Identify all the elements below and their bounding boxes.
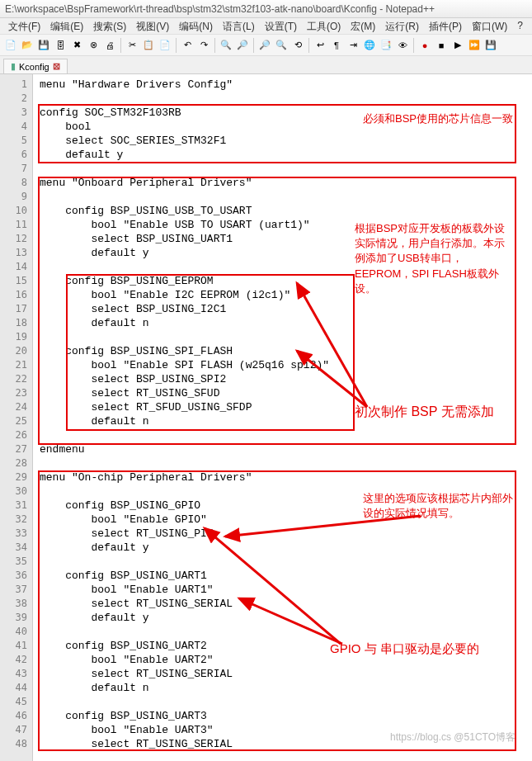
menu-tools[interactable]: 工具(O) [302,18,346,34]
zoom-in-icon[interactable]: 🔎 [257,38,272,53]
sync-icon[interactable]: ⟲ [290,38,305,53]
tab-close-icon[interactable]: ⊠ [53,61,60,72]
menu-settings[interactable]: 设置(T) [260,18,302,34]
code-content[interactable]: menu "Hardware Drivers Config"config SOC… [33,74,532,761]
code-line[interactable] [40,484,532,499]
open-icon[interactable]: 📂 [20,38,35,53]
indent-icon[interactable]: ⇥ [346,38,360,53]
code-line[interactable]: config BSP_USING_UART3 [40,709,532,723]
code-line[interactable]: select BSP_USING_UART1 [40,232,532,246]
code-line[interactable]: select RT_USING_SFUD [40,386,532,400]
line-number: 41 [0,639,27,653]
doc-icon[interactable]: 📑 [379,38,393,53]
save-macro-icon[interactable]: 💾 [483,38,498,53]
menu-language[interactable]: 语言(L) [218,18,260,34]
code-line[interactable]: bool "Enable USB TO USART (uart1)" [40,218,532,232]
menu-encoding[interactable]: 编码(N) [174,18,218,34]
copy-icon[interactable]: 📋 [141,38,156,53]
code-line[interactable]: default y [40,148,532,162]
cut-icon[interactable]: ✂ [125,38,139,53]
show-all-icon[interactable]: ¶ [329,38,344,53]
menu-edit[interactable]: 编辑(E) [45,18,88,34]
line-number: 19 [0,330,27,344]
menu-search[interactable]: 搜索(S) [88,18,131,34]
code-line[interactable]: config BSP_USING_UART1 [40,569,532,583]
line-number: 44 [0,681,27,695]
code-line[interactable]: config BSP_USING_EEPROM [40,274,532,288]
line-number-gutter: 1234567891011121314151617181920212223242… [0,74,33,761]
menu-view[interactable]: 视图(V) [131,18,174,34]
code-line[interactable]: endmenu [40,442,532,456]
code-line[interactable]: default y [40,246,532,260]
code-line[interactable]: config BSP_USING_UART2 [40,639,532,653]
menu-run[interactable]: 运行(R) [380,18,424,34]
code-line[interactable]: bool "Enable UART2" [40,653,532,667]
code-line[interactable]: bool [40,120,532,134]
paste-icon[interactable]: 📄 [158,38,172,53]
play-icon[interactable]: ▶ [450,38,465,53]
code-line[interactable] [40,330,532,344]
code-line[interactable] [40,555,532,569]
code-line[interactable]: select BSP_USING_I2C1 [40,302,532,316]
code-line[interactable] [40,260,532,274]
monitor-icon[interactable]: 👁 [395,38,410,53]
save-icon[interactable]: 💾 [36,38,51,53]
code-line[interactable] [40,456,532,470]
line-number: 6 [0,148,27,162]
separator [176,38,177,53]
code-line[interactable]: bool "Enable I2C EEPROM (i2c1)" [40,288,532,302]
code-line[interactable]: menu "Hardware Drivers Config" [40,78,532,92]
code-line[interactable]: bool "Enable SPI FLASH (w25q16 spi2)" [40,358,532,372]
code-line[interactable] [40,695,532,709]
code-line[interactable] [40,190,532,204]
code-line[interactable] [40,625,532,639]
code-line[interactable]: select RT_USING_SERIAL [40,597,532,611]
code-line[interactable]: default n [40,414,532,428]
menu-macro[interactable]: 宏(M) [346,18,380,34]
code-line[interactable]: bool "Enable UART1" [40,583,532,597]
replace-icon[interactable]: 🔎 [235,38,250,53]
code-line[interactable]: config BSP_USING_GPIO [40,499,532,513]
zoom-out-icon[interactable]: 🔍 [274,38,289,53]
undo-icon[interactable]: ↶ [180,38,195,53]
line-number: 48 [0,737,27,751]
tab-kconfig[interactable]: ▮ Kconfig ⊠ [3,59,68,73]
editor-area[interactable]: 1234567891011121314151617181920212223242… [0,74,532,761]
print-icon[interactable]: 🖨 [102,38,117,53]
line-number: 7 [0,162,27,176]
menu-plugins[interactable]: 插件(P) [424,18,467,34]
line-number: 12 [0,232,27,246]
save-all-icon[interactable]: 🗄 [53,38,68,53]
close-all-icon[interactable]: ⊗ [86,38,101,53]
code-line[interactable]: select RT_SFUD_USING_SFDP [40,400,532,414]
code-line[interactable]: default y [40,611,532,625]
code-line[interactable]: config SOC_STM32F103RB [40,106,532,120]
code-line[interactable]: default n [40,316,532,330]
menu-window[interactable]: 窗口(W) [467,18,512,34]
menu-file[interactable]: 文件(F) [3,18,45,34]
code-line[interactable]: default y [40,541,532,555]
code-line[interactable] [40,162,532,176]
code-line[interactable]: bool "Enable GPIO" [40,513,532,527]
code-line[interactable]: select SOC_SERIES_STM32F1 [40,134,532,148]
code-line[interactable] [40,92,532,106]
code-line[interactable]: select RT_USING_SERIAL [40,667,532,681]
code-line[interactable]: config BSP_USING_USB_TO_USART [40,204,532,218]
redo-icon[interactable]: ↷ [196,38,211,53]
code-line[interactable]: select BSP_USING_SPI2 [40,372,532,386]
code-line[interactable]: menu "On-chip Peripheral Drivers" [40,470,532,484]
code-line[interactable]: select RT_USING_PIN [40,527,532,541]
wrap-icon[interactable]: ↩ [313,38,327,53]
new-icon[interactable]: 📄 [3,38,18,53]
code-line[interactable]: default n [40,681,532,695]
code-line[interactable]: menu "Onboard Peripheral Drivers" [40,176,532,190]
stop-icon[interactable]: ■ [434,38,449,53]
menu-help[interactable]: ? [512,18,528,34]
code-line[interactable]: config BSP_USING_SPI_FLASH [40,344,532,358]
fast-icon[interactable]: ⏩ [467,38,482,53]
record-icon[interactable]: ● [417,38,432,53]
lang-icon[interactable]: 🌐 [362,38,377,53]
close-icon[interactable]: ✖ [69,38,84,53]
find-icon[interactable]: 🔍 [219,38,233,53]
code-line[interactable] [40,428,532,442]
